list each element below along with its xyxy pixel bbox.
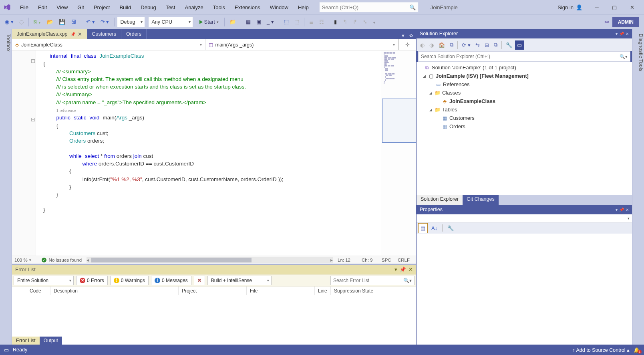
sx-close-icon[interactable]: ✕ — [626, 32, 629, 36]
toolbox-rail[interactable]: Toolbox — [0, 29, 12, 345]
sx-pending-icon[interactable]: ⟳ ▾ — [460, 40, 473, 50]
sx-menu-icon[interactable]: ▾ — [616, 32, 618, 36]
minimize-button[interactable]: ─ — [588, 2, 606, 13]
menu-project[interactable]: Project — [89, 2, 115, 13]
clear-filter[interactable]: ✖ — [194, 276, 205, 285]
tb-icon-1[interactable]: 📁 — [227, 17, 238, 26]
menu-window[interactable]: Window — [265, 2, 293, 13]
close-icon[interactable]: ✕ — [78, 31, 82, 37]
menu-file[interactable]: File — [15, 2, 33, 13]
warnings-filter[interactable]: !0 Warnings — [110, 276, 149, 285]
menu-analyze[interactable]: Analyze — [180, 2, 208, 13]
tb-icon-6[interactable]: ⬚ — [292, 17, 302, 26]
col-code[interactable]: Code — [26, 286, 50, 295]
member-nav-dropdown[interactable]: ◫ main(Args _args) — [205, 39, 399, 50]
tb-icon-10[interactable]: ↱ — [350, 17, 360, 26]
tab-error-list[interactable]: Error List — [12, 337, 40, 345]
panel-pin-icon[interactable]: 📌 — [400, 266, 406, 272]
undo-icon[interactable]: ↶ ▾ — [84, 17, 97, 26]
platform-dropdown[interactable]: Any CPU — [148, 17, 193, 27]
redo-icon[interactable]: ↷ ▾ — [98, 17, 112, 26]
nav-fwd-icon[interactable]: ◌ — [17, 17, 26, 26]
tab-orders[interactable]: Orders — [121, 29, 147, 39]
tb-icon-5[interactable]: ⬚ — [282, 17, 291, 26]
tree-project[interactable]: ◢▢ JoinEample (ISV) [Fleet Management] — [417, 72, 631, 80]
errors-filter[interactable]: ✕0 Errors — [76, 276, 108, 285]
sx-preview-icon[interactable]: ▭ — [515, 40, 524, 50]
build-scope-dropdown[interactable]: Build + IntelliSense — [207, 276, 272, 285]
tb-icon-3[interactable]: ▣ — [254, 17, 264, 26]
menu-edit[interactable]: Edit — [33, 2, 52, 13]
col-suppression[interactable]: Suppression State — [331, 286, 416, 295]
menu-build[interactable]: Build — [115, 2, 136, 13]
tree-solution[interactable]: ⧉ Solution 'JoinEample' (1 of 1 project) — [417, 63, 631, 72]
horizontal-scrollbar[interactable]: ◂ ▸ — [87, 257, 333, 263]
panel-menu-icon[interactable]: ▾ — [394, 266, 397, 272]
tb-icon-2[interactable]: ▦ — [244, 17, 253, 26]
start-button[interactable]: Start ▾ — [196, 17, 222, 27]
tb-icon-9[interactable]: ↰ — [340, 17, 350, 26]
tree-classes[interactable]: ◢📁 Classes — [417, 89, 631, 97]
col-description[interactable]: Description — [50, 286, 179, 295]
prop-pin-icon[interactable]: 📌 — [619, 208, 624, 212]
error-search-input[interactable] — [333, 278, 403, 283]
sx-pin-icon[interactable]: 📌 — [619, 32, 624, 36]
tree-references[interactable]: ▭ References — [417, 80, 631, 89]
open-icon[interactable]: 📂 — [44, 17, 56, 26]
sx-search[interactable]: 🔍▾ — [418, 51, 630, 62]
tab-git-changes[interactable]: Git Changes — [463, 195, 498, 205]
prop-menu-icon[interactable]: ▾ — [616, 208, 618, 212]
tree-class-joinexample[interactable]: ⬘ JoinExampleClass — [417, 97, 631, 105]
sx-properties-icon[interactable]: 🔧 — [504, 40, 514, 50]
tb-icon-4[interactable]: _ ▾ — [264, 17, 276, 26]
scrollbar-thumb[interactable] — [91, 258, 252, 262]
sx-collapse-icon[interactable]: ⊟ — [483, 40, 491, 50]
tree-table-customers[interactable]: ▦ Customers — [417, 114, 631, 122]
notifications-icon[interactable]: 🔔1 — [634, 347, 640, 353]
close-button[interactable]: ✕ — [623, 2, 641, 13]
sx-switch-icon[interactable]: ⧉ — [448, 40, 455, 50]
minimap[interactable]: ████ ██ ████ ████ █████ ████ ████ ██████… — [382, 50, 416, 256]
tab-joinexampleclass[interactable]: JoinExampleClass.xpp 📌 ✕ — [12, 29, 87, 39]
tab-dropdown-icon[interactable]: ▼ — [399, 32, 407, 39]
new-item-icon[interactable]: ⎘ ▾ — [31, 17, 44, 26]
issues-indicator[interactable]: ✓No issues found — [42, 258, 82, 262]
sx-showall-icon[interactable]: ⧉ — [492, 40, 499, 50]
prop-close-icon[interactable]: ✕ — [626, 208, 629, 212]
sx-search-input[interactable] — [421, 54, 620, 59]
col-line[interactable]: Line — [315, 286, 331, 295]
menu-debug[interactable]: Debug — [136, 2, 161, 13]
config-dropdown[interactable]: Debug — [117, 17, 145, 27]
save-icon[interactable]: 💾 — [56, 17, 68, 26]
sx-back-icon[interactable]: ◐ — [418, 40, 427, 50]
diagnostic-rail[interactable]: Diagnostic Tools — [632, 29, 644, 345]
maximize-button[interactable]: ▢ — [606, 2, 623, 13]
bookmark-icon[interactable]: ▮ — [332, 17, 340, 26]
save-all-icon[interactable]: 🖫 — [68, 17, 78, 26]
tree-table-orders[interactable]: ▦ Orders — [417, 122, 631, 131]
split-view-button[interactable]: ✛ — [398, 39, 416, 50]
signin-button[interactable]: Sign in 👤 — [552, 4, 588, 10]
tb-icon-7[interactable]: ≣ — [307, 17, 316, 26]
scope-dropdown[interactable]: Entire Solution — [14, 276, 74, 285]
tab-solution-explorer[interactable]: Solution Explorer — [417, 195, 463, 205]
code-area[interactable]: internal final class JoinExampleClass { … — [36, 50, 382, 256]
global-search-input[interactable] — [322, 4, 409, 10]
zoom-level[interactable]: 100 %▾ — [14, 258, 31, 262]
menu-extensions[interactable]: Extensions — [230, 2, 265, 13]
menu-tools[interactable]: Tools — [208, 2, 230, 13]
class-nav-dropdown[interactable]: ⬘ JoinExampleClass — [12, 39, 205, 50]
messages-filter[interactable]: i0 Messages — [151, 276, 191, 285]
col-file[interactable]: File — [247, 286, 315, 295]
pin-icon[interactable]: 📌 — [70, 32, 75, 36]
tab-customers[interactable]: Customers — [87, 29, 121, 39]
menu-test[interactable]: Test — [161, 2, 180, 13]
prop-cat-icon[interactable]: ▤ — [418, 223, 428, 233]
sx-sync-icon[interactable]: ⇆ — [473, 40, 482, 50]
prop-wrench-icon[interactable]: 🔧 — [445, 224, 456, 233]
tab-settings-icon[interactable]: ✿ — [408, 32, 415, 39]
live-share-icon[interactable]: ⫘ — [602, 17, 612, 26]
properties-object-selector[interactable] — [417, 214, 632, 222]
tb-overflow[interactable]: ₊ — [370, 17, 378, 26]
prop-az-icon[interactable]: A↓ — [429, 224, 439, 233]
